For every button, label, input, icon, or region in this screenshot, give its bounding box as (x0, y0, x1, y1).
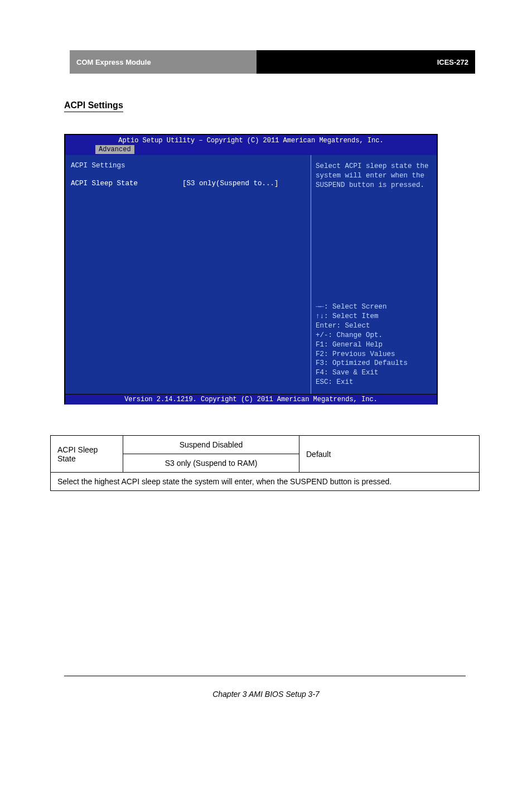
bios-help-keys: →←: Select Screen ↑↓: Select Item Enter:… (316, 302, 432, 387)
bios-item-acpi-sleep-state[interactable]: ACPI Sleep State [S3 only(Suspend to...] (71, 180, 305, 187)
table-row: ACPI Sleep State Suspend Disabled Defaul… (51, 436, 480, 454)
bios-panel-heading: ACPI Settings (71, 162, 305, 170)
settings-table: ACPI Sleep State Suspend Disabled Defaul… (50, 435, 480, 491)
page-footer: Chapter 3 AMI BIOS Setup 3-7 (0, 690, 532, 699)
doc-header-left: COM Express Module (70, 50, 257, 74)
bios-tabbar: Advanced (65, 145, 437, 155)
bios-footer: Version 2.14.1219. Copyright (C) 2011 Am… (65, 394, 437, 405)
section-heading: ACPI Settings (64, 100, 123, 112)
bios-body: ACPI Settings ACPI Sleep State [S3 only(… (65, 155, 437, 394)
doc-header-right-text: ICES-272 (437, 58, 468, 66)
bios-key-hint: ESC: Exit (316, 378, 432, 387)
bios-panel-left: ACPI Settings ACPI Sleep State [S3 only(… (65, 155, 311, 394)
bios-panel-right: Select ACPI sleep state the system will … (311, 155, 437, 394)
bios-key-hint: +/-: Change Opt. (316, 331, 432, 340)
bios-key-hint: Enter: Select (316, 321, 432, 331)
bios-key-hint: F3: Optimized Defaults (316, 359, 432, 368)
bios-item-label: ACPI Sleep State (71, 180, 182, 187)
bios-screenshot: Aptio Setup Utility – Copyright (C) 2011… (64, 134, 438, 405)
bios-key-hint: ↑↓: Select Item (316, 312, 432, 321)
bios-item-value: [S3 only(Suspend to...] (182, 180, 279, 187)
table-row: Select the highest ACPI sleep state the … (51, 473, 480, 491)
doc-header-right: ICES-272 (257, 50, 475, 74)
setting-name-cell: ACPI Sleep State (51, 436, 123, 473)
bios-key-hint: F2: Previous Values (316, 350, 432, 359)
setting-description-cell: Select the highest ACPI sleep state the … (51, 473, 480, 491)
doc-header-bar: COM Express Module ICES-272 (70, 50, 475, 74)
setting-default-cell: Default (299, 436, 480, 473)
doc-header-left-text: COM Express Module (76, 58, 151, 66)
bios-help-description: Select ACPI sleep state the system will … (316, 162, 432, 190)
footer-divider (64, 676, 466, 676)
bios-title: Aptio Setup Utility – Copyright (C) 2011… (65, 135, 437, 145)
bios-key-hint: →←: Select Screen (316, 302, 432, 312)
setting-option-cell: S3 only (Suspend to RAM) (123, 454, 299, 473)
bios-tab-advanced[interactable]: Advanced (95, 145, 134, 154)
bios-key-hint: F1: General Help (316, 340, 432, 350)
bios-key-hint: F4: Save & Exit (316, 368, 432, 378)
setting-option-cell: Suspend Disabled (123, 436, 299, 454)
